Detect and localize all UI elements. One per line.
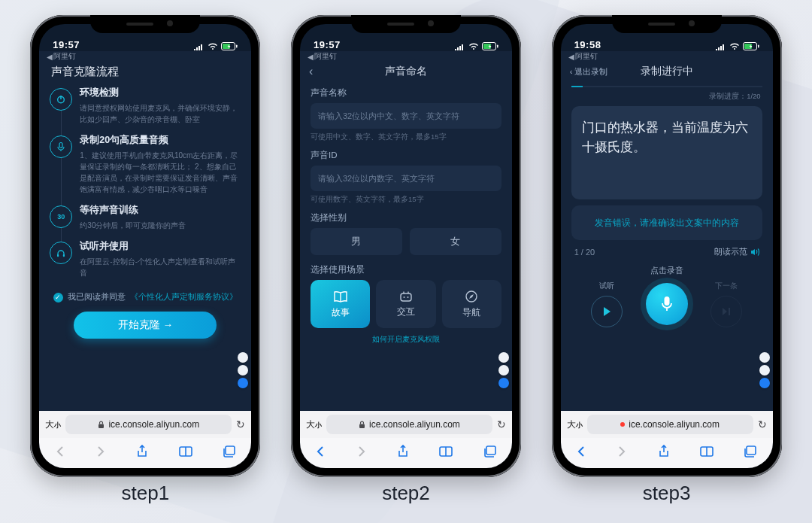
back-to-app[interactable]: ◀阿里钉 [568,51,598,62]
bubble-2[interactable] [238,365,248,376]
voice-id-hint: 可使用数字、英文字符，最多15字 [311,195,501,205]
safari-address-bar[interactable]: 大小 ice.console.aliyun.com ↻ [39,411,251,438]
notch [351,15,461,33]
phone-frame-2: 19:57 ◀阿里钉 ‹ 声音命名 声音名称 请输入32位以内 [291,15,521,477]
status-time: 19:58 [574,39,601,50]
url-field[interactable]: ice.console.aliyun.com [587,415,753,434]
timer-icon: 30 [50,205,72,228]
svg-rect-5 [59,143,62,148]
robot-icon [398,290,414,303]
tabs-icon[interactable] [483,445,497,461]
share-icon[interactable] [658,445,670,461]
step-record: 录制20句高质量音频1、建议使用手机自带麦克风10cm左右距离，尽量保证录制的每… [50,134,241,204]
voice-id-input[interactable]: 请输入32位以内数字、英文字符 [311,166,501,191]
wifi-icon [468,43,479,50]
svg-rect-28 [758,45,759,48]
tabs-icon[interactable] [223,445,236,461]
url-field[interactable]: ice.console.aliyun.com [326,415,492,434]
nav-title: 声音命名 [385,65,427,78]
voice-name-hint: 可使用中文、数字、英文字符，最多15字 [311,132,501,142]
text-size-control[interactable]: 大小 [45,418,61,431]
caption-step3: step3 [643,482,691,505]
wifi-icon [729,43,740,50]
caption-step1: step1 [122,482,170,505]
back-icon[interactable]: ‹ [309,65,313,78]
bubble-1[interactable] [759,352,770,363]
bookmarks-icon[interactable] [700,445,714,461]
consent-link[interactable]: 《个性化人声定制服务协议》 [130,292,238,303]
signal-icon [454,43,465,50]
bookmarks-icon[interactable] [179,445,192,461]
back-icon[interactable] [315,445,326,461]
forward-icon[interactable] [95,445,106,461]
gender-label: 选择性别 [311,212,501,223]
back-icon[interactable] [55,445,65,461]
gender-female[interactable]: 女 [410,228,501,255]
share-icon[interactable] [397,445,409,461]
phone-frame-3: 19:58 ◀阿里钉 ‹ 退出录制 录制进行中 录制进度：1/20 [552,15,782,477]
status-time: 19:57 [53,39,80,50]
bubble-3[interactable] [498,378,509,388]
bubble-3[interactable] [238,378,248,388]
safari-toolbar [39,438,251,468]
demo-play[interactable]: 朗读示范 [714,246,759,257]
record-button[interactable] [646,283,688,325]
bubble-1[interactable] [498,352,509,363]
text-size-control[interactable]: 大小 [306,418,322,431]
floating-actions[interactable] [238,352,248,388]
scene-interact[interactable]: 交互 [376,280,435,328]
bubble-2[interactable] [498,365,509,376]
book-icon [333,290,348,303]
notch [612,15,722,33]
share-icon[interactable] [136,445,148,461]
svg-rect-7 [63,254,65,257]
safari-address-bar[interactable]: 大小 ice.console.aliyun.com ↻ [300,411,512,438]
signal-icon [715,43,726,50]
scene-label: 选择使用场景 [311,264,501,275]
lock-icon [359,421,365,429]
status-time: 19:57 [314,39,341,50]
url-field[interactable]: ice.console.aliyun.com [65,415,232,434]
svg-rect-22 [359,424,365,428]
exit-record-button[interactable]: ‹ 退出录制 [570,66,608,78]
voice-name-input[interactable]: 请输入32位以内中文、数字、英文字符 [311,103,501,129]
svg-rect-6 [57,254,59,257]
forward-icon[interactable] [356,445,367,461]
notch [90,15,200,33]
start-clone-button[interactable]: 开始克隆 → [74,312,217,339]
consent-row[interactable]: ✓ 我已阅读并同意 《个性化人声定制服务协议》 [39,287,251,310]
scene-story[interactable]: 故事 [311,280,370,328]
signal-icon [193,43,205,50]
svg-point-18 [407,296,408,298]
bubble-3[interactable] [759,378,770,388]
preview-button[interactable]: 试听 [586,281,627,327]
bubble-2[interactable] [759,365,770,376]
back-icon[interactable] [576,445,586,461]
forward-icon[interactable] [617,445,627,461]
compass-icon [465,290,478,303]
url-text: ice.console.aliyun.com [108,419,199,430]
text-size-control[interactable]: 大小 [567,418,583,431]
back-to-app[interactable]: ◀阿里钉 [47,51,76,62]
nav-title: 录制进行中 [641,65,693,78]
scene-nav[interactable]: 导航 [442,280,501,328]
status-icons [454,42,498,50]
safari-address-bar[interactable]: 大小 ice.console.aliyun.com ↻ [561,411,773,438]
reload-icon[interactable]: ↻ [758,418,767,430]
next-button[interactable]: 下一条 [706,281,747,327]
reload-icon[interactable]: ↻ [236,418,245,430]
floating-actions[interactable] [759,352,770,388]
bubble-1[interactable] [238,352,248,363]
power-icon [50,88,72,111]
reload-icon[interactable]: ↻ [497,418,506,430]
checkbox-checked-icon[interactable]: ✓ [53,293,63,303]
mic-permission-link[interactable]: 如何开启麦克风权限 [300,334,512,345]
bookmarks-icon[interactable] [439,445,453,461]
status-icons [715,42,759,50]
tabs-icon[interactable] [744,445,757,461]
gender-male[interactable]: 男 [311,228,402,255]
consent-text: 我已阅读并同意 [68,292,126,303]
safari-toolbar [300,438,512,468]
back-to-app[interactable]: ◀阿里钉 [308,51,337,62]
floating-actions[interactable] [498,352,509,388]
